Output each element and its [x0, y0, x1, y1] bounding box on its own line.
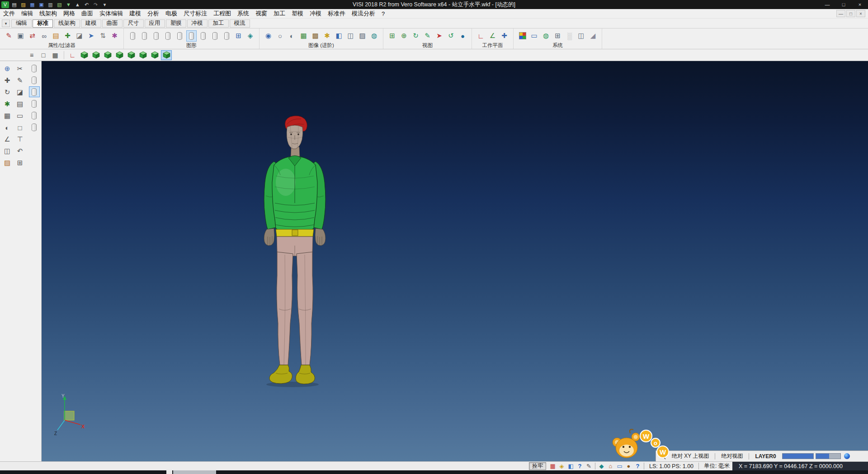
dot-grid-icon[interactable]: ░ — [564, 30, 575, 42]
plot-icon[interactable]: ▧ — [56, 1, 63, 8]
tab-线架构[interactable]: 线架构 — [54, 19, 80, 28]
close-button[interactable]: × — [852, 0, 868, 9]
monitor-icon[interactable]: ▭ — [529, 30, 539, 42]
front-view-icon[interactable] — [90, 50, 101, 60]
query-icon[interactable]: ? — [576, 462, 584, 470]
color-palette-icon[interactable] — [517, 30, 528, 42]
left-view-icon[interactable] — [114, 50, 125, 60]
notepad-icon[interactable]: ▤ — [14, 99, 25, 109]
bottom-view-icon[interactable] — [149, 50, 160, 60]
graphics-analyze-icon[interactable]: ◈ — [245, 30, 255, 42]
menu-item-14[interactable]: 加工 — [270, 9, 288, 18]
tab-尺寸[interactable]: 尺寸 — [123, 19, 144, 28]
swap-attributes-icon[interactable]: ⇄ — [27, 30, 38, 42]
move-icon[interactable]: ✚ — [2, 76, 13, 85]
menu-item-5[interactable]: 曲面 — [78, 9, 96, 18]
workplane-indicator[interactable] — [64, 411, 74, 420]
erase-filter-icon[interactable]: ◪ — [74, 30, 85, 42]
section-view-icon[interactable]: ◧ — [334, 30, 344, 42]
selection-filter-icon[interactable]: ➤ — [86, 30, 96, 42]
mdi-minimize-button[interactable]: — — [836, 10, 845, 17]
open-file-icon[interactable]: ▨ — [19, 1, 27, 8]
add-filter-icon[interactable]: ✚ — [62, 30, 73, 42]
menu-item-16[interactable]: 冲模 — [307, 9, 325, 18]
attribute-brush-icon[interactable]: ✱ — [109, 30, 120, 42]
measure-icon[interactable]: ✎ — [422, 30, 433, 42]
filter-cylinder-icon-4[interactable] — [29, 98, 40, 109]
filter-cylinder-icon-6[interactable] — [29, 122, 40, 133]
angle-icon[interactable]: ∠ — [2, 134, 13, 144]
view-vector-icon[interactable]: ➤ — [434, 30, 444, 42]
menu-item-8[interactable]: 分析 — [144, 9, 162, 18]
mascot-assistant[interactable]: W o W — [610, 427, 669, 461]
minimize-button[interactable]: — — [819, 0, 835, 9]
layer-cylinder-icon-1[interactable] — [127, 30, 138, 42]
view-list-icon[interactable]: ≡ — [26, 50, 37, 60]
active-layer-label[interactable]: LAYER0 — [752, 453, 778, 460]
home-icon[interactable]: ⌂ — [607, 462, 614, 470]
hidden-line-icon[interactable]: ◐ — [287, 30, 297, 42]
right-view-icon[interactable] — [126, 50, 137, 60]
menu-item-4[interactable]: 网格 — [60, 9, 78, 18]
mirror-icon[interactable]: ◫ — [2, 146, 13, 156]
menu-item-11[interactable]: 工程图 — [210, 9, 234, 18]
layer-filter-icon[interactable]: ▤ — [51, 30, 61, 42]
delete-icon[interactable]: ◪ — [14, 87, 25, 97]
workplane-standard-icon[interactable]: ∟ — [476, 30, 486, 42]
viewport-3d[interactable]: Y X Z W o — [42, 61, 868, 461]
mdi-restore-button[interactable]: □ — [846, 10, 855, 17]
zoom-window-icon[interactable]: ⊞ — [387, 30, 397, 42]
layer-cylinder-icon-6[interactable] — [186, 30, 197, 42]
shaded-view-icon[interactable]: ◉ — [263, 30, 274, 42]
layer-cylinder-icon-8[interactable] — [210, 30, 220, 42]
solids-icon[interactable]: ◆ — [598, 462, 605, 470]
tab-曲面[interactable]: 曲面 — [102, 19, 123, 28]
render-grid-icon[interactable]: ▦ — [298, 30, 309, 42]
view-mode-label[interactable]: 绝对视图 — [718, 452, 745, 460]
save-icon[interactable]: ▦ — [28, 1, 36, 8]
globe-icon[interactable]: ◍ — [541, 30, 551, 42]
filter-cylinder-icon-3[interactable] — [29, 86, 40, 97]
menu-item-18[interactable]: 模流分析 — [349, 9, 378, 18]
tab-冲模[interactable]: 冲模 — [187, 19, 208, 28]
filter-cylinder-icon-1[interactable] — [29, 63, 40, 74]
menu-item-7[interactable]: 建模 — [126, 9, 144, 18]
layer-cylinder-icon-4[interactable] — [163, 30, 173, 42]
top-view-icon[interactable] — [137, 50, 148, 60]
save-all-icon[interactable]: ▣ — [38, 1, 45, 8]
menu-item-1[interactable]: 文件 — [0, 9, 18, 18]
view-pattern-icon[interactable]: ▦ — [50, 50, 61, 60]
transform-icon[interactable]: ✱ — [2, 99, 13, 109]
layer-cylinder-icon-7[interactable] — [198, 30, 208, 42]
tab-编辑[interactable]: 编辑 — [11, 19, 32, 28]
view-attributes-icon[interactable]: ▣ — [15, 30, 26, 42]
layer-cylinder-icon-3[interactable] — [151, 30, 161, 42]
advanced-image-icon[interactable]: ◍ — [369, 30, 379, 42]
iso-view-icon[interactable] — [79, 50, 90, 60]
tab-模流[interactable]: 模流 — [230, 19, 250, 28]
menu-item-13[interactable]: 视窗 — [252, 9, 270, 18]
menu-item-9[interactable]: 电极 — [162, 9, 180, 18]
grid-settings-icon[interactable]: ⊞ — [552, 30, 563, 42]
osnap-icon[interactable]: ◈ — [558, 462, 566, 470]
screen-icon[interactable]: ▭ — [616, 462, 623, 470]
print-icon[interactable]: ▥ — [47, 1, 54, 8]
layer-cylinder-icon-9[interactable] — [222, 30, 232, 42]
qat-dropdown-icon[interactable]: ▾ — [101, 1, 108, 8]
dynamic-view-icon[interactable] — [161, 50, 172, 60]
view-orientation-label[interactable]: 绝对 XY 上视图 — [669, 452, 712, 460]
help-status-icon[interactable]: ? — [634, 462, 642, 470]
sort-filter-icon[interactable]: ⇅ — [98, 30, 108, 42]
rectangle-icon[interactable]: □ — [14, 123, 25, 133]
tab-建模[interactable]: 建模 — [81, 19, 101, 28]
mascot-toggle-icon[interactable]: ● — [625, 462, 632, 470]
zoom-extents-icon[interactable]: ⊕ — [399, 30, 409, 42]
menu-item-15[interactable]: 塑模 — [288, 9, 307, 18]
tab-dropdown-button[interactable]: ▾ — [2, 19, 10, 27]
menu-item-6[interactable]: 实体编辑 — [96, 9, 126, 18]
mdi-close-button[interactable]: × — [856, 10, 865, 17]
hatch-icon[interactable]: ▨ — [2, 158, 13, 168]
layer-cylinder-icon-2[interactable] — [139, 30, 150, 42]
trim-icon[interactable]: ✂ — [14, 64, 25, 74]
visi-logo[interactable]: V — [1, 1, 9, 8]
